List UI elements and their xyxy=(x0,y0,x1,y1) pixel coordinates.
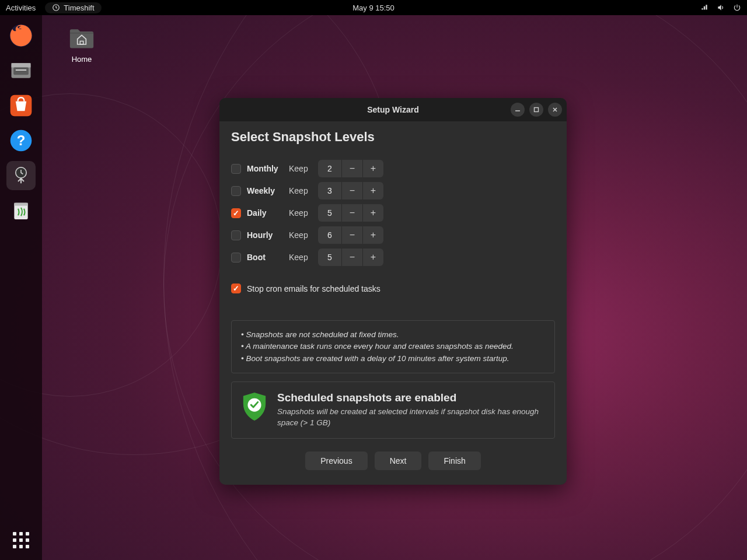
power-icon[interactable] xyxy=(733,4,741,12)
keep-spinner: 5−+ xyxy=(318,204,383,222)
previous-button[interactable]: Previous xyxy=(305,452,367,470)
page-heading: Select Snapshot Levels xyxy=(231,130,555,145)
keep-value: 6 xyxy=(318,230,341,240)
status-title: Scheduled snapshots are enabled xyxy=(277,391,545,404)
info-line: A maintenance task runs once every hour … xyxy=(241,341,545,352)
svg-rect-3 xyxy=(12,63,31,67)
keep-spinner: 6−+ xyxy=(318,226,383,244)
keep-label: Keep xyxy=(289,253,318,262)
info-line: Snapshots are not scheduled at fixed tim… xyxy=(241,329,545,341)
info-box: Snapshots are not scheduled at fixed tim… xyxy=(231,320,555,373)
top-bar: Activities Timeshift May 9 15:50 xyxy=(0,0,747,15)
keep-decrement[interactable]: − xyxy=(341,204,362,222)
close-button[interactable] xyxy=(548,103,562,117)
keep-decrement[interactable]: − xyxy=(341,249,362,266)
minimize-button[interactable] xyxy=(511,103,525,117)
level-checkbox-hourly[interactable] xyxy=(231,230,241,240)
keep-decrement[interactable]: − xyxy=(341,226,362,244)
svg-text:?: ? xyxy=(17,132,26,148)
level-label: Daily xyxy=(247,208,289,218)
keep-increment[interactable]: + xyxy=(362,182,383,200)
keep-value: 5 xyxy=(318,253,341,262)
apps-grid-icon xyxy=(13,532,29,548)
stop-cron-checkbox[interactable] xyxy=(231,284,241,293)
dock-trash[interactable] xyxy=(6,196,36,225)
volume-icon[interactable] xyxy=(717,4,725,12)
dock-files[interactable] xyxy=(6,56,36,85)
keep-label: Keep xyxy=(289,208,318,218)
level-row: MonthlyKeep2−+ xyxy=(231,160,555,177)
next-button[interactable]: Next xyxy=(375,452,422,470)
timeshift-icon xyxy=(52,4,60,12)
minimize-icon xyxy=(515,107,521,113)
level-checkbox-boot[interactable] xyxy=(231,253,241,262)
network-icon[interactable] xyxy=(700,4,708,12)
trash-icon xyxy=(9,199,33,222)
level-row: HourlyKeep6−+ xyxy=(231,226,555,244)
keep-increment[interactable]: + xyxy=(362,249,383,266)
window-content: Select Snapshot Levels MonthlyKeep2−+Wee… xyxy=(219,121,567,485)
keep-spinner: 3−+ xyxy=(318,182,383,200)
keep-spinner: 5−+ xyxy=(318,249,383,266)
keep-value: 3 xyxy=(318,186,341,195)
level-checkbox-weekly[interactable] xyxy=(231,186,241,196)
keep-increment[interactable]: + xyxy=(362,204,383,222)
window-title: Setup Wizard xyxy=(367,105,419,114)
keep-label: Keep xyxy=(289,230,318,240)
firefox-icon xyxy=(8,23,34,48)
dock-firefox[interactable] xyxy=(6,21,36,50)
app-menu[interactable]: Timeshift xyxy=(45,2,101,13)
level-checkbox-daily[interactable] xyxy=(231,208,241,218)
level-label: Monthly xyxy=(247,164,289,173)
files-icon xyxy=(8,58,34,83)
level-row: BootKeep5−+ xyxy=(231,249,555,266)
info-line: Boot snapshots are created with a delay … xyxy=(241,353,545,365)
level-label: Weekly xyxy=(247,186,289,195)
keep-label: Keep xyxy=(289,186,318,195)
desktop-home-folder[interactable]: Home xyxy=(64,26,99,64)
level-label: Hourly xyxy=(247,230,289,240)
keep-increment[interactable]: + xyxy=(362,226,383,244)
keep-decrement[interactable]: − xyxy=(341,182,362,200)
folder-home-icon xyxy=(69,26,95,50)
titlebar[interactable]: Setup Wizard xyxy=(219,98,567,121)
level-row: WeeklyKeep3−+ xyxy=(231,182,555,200)
level-row: DailyKeep5−+ xyxy=(231,204,555,222)
level-label: Boot xyxy=(247,253,289,262)
keep-spinner: 2−+ xyxy=(318,160,383,177)
activities-button[interactable]: Activities xyxy=(6,4,36,12)
app-menu-label: Timeshift xyxy=(64,4,94,12)
setup-wizard-window: Setup Wizard Select Snapshot Levels Mont… xyxy=(219,98,567,485)
shield-check-icon xyxy=(241,391,268,422)
keep-decrement[interactable]: − xyxy=(341,160,362,177)
keep-increment[interactable]: + xyxy=(362,160,383,177)
software-icon xyxy=(8,93,34,118)
show-applications[interactable] xyxy=(0,532,42,548)
dock-software[interactable] xyxy=(6,91,36,120)
maximize-button[interactable] xyxy=(529,103,543,117)
dock: ? xyxy=(0,15,42,560)
desktop-home-label: Home xyxy=(64,55,99,64)
svg-rect-4 xyxy=(13,68,29,75)
timeshift-app-icon xyxy=(9,164,33,187)
svg-rect-5 xyxy=(16,69,26,71)
svg-rect-13 xyxy=(535,108,539,112)
keep-value: 2 xyxy=(318,164,341,173)
clock[interactable]: May 9 15:50 xyxy=(352,4,395,12)
stop-cron-label: Stop cron emails for scheduled tasks xyxy=(247,284,381,293)
wizard-buttons: Previous Next Finish xyxy=(231,452,555,470)
maximize-icon xyxy=(533,107,539,113)
status-body: Snapshots will be created at selected in… xyxy=(277,407,545,429)
status-box: Scheduled snapshots are enabled Snapshot… xyxy=(231,382,555,439)
dock-help[interactable]: ? xyxy=(6,126,36,155)
close-icon xyxy=(552,107,558,113)
finish-button[interactable]: Finish xyxy=(428,452,480,470)
keep-label: Keep xyxy=(289,164,318,173)
svg-rect-11 xyxy=(14,203,27,206)
keep-value: 5 xyxy=(318,208,341,218)
help-icon: ? xyxy=(8,128,34,153)
level-checkbox-monthly[interactable] xyxy=(231,164,241,174)
dock-timeshift[interactable] xyxy=(6,161,36,190)
